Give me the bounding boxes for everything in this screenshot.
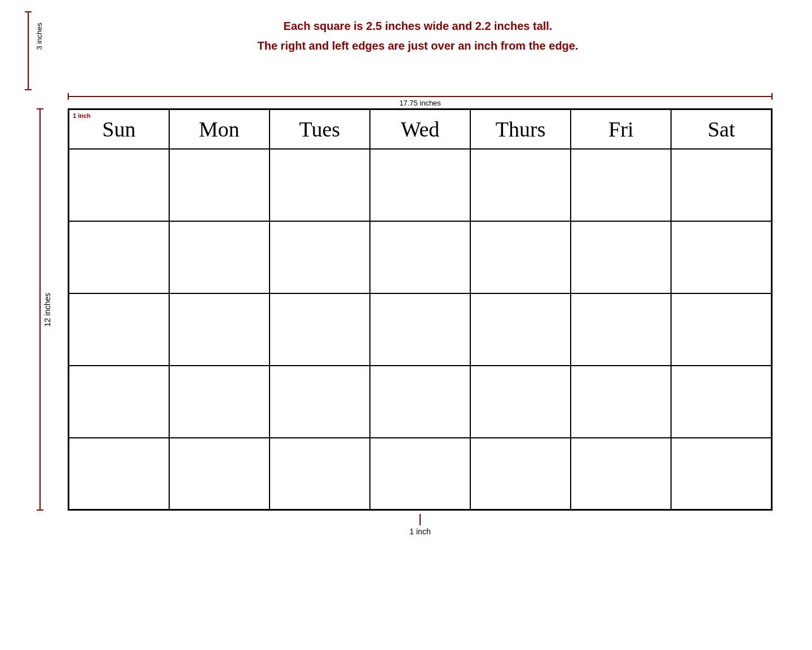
cell-sun-2 (69, 221, 169, 293)
cell-wed-5 (370, 438, 470, 510)
bottom-indicator: 1 inch (409, 514, 430, 536)
header-mon: Mon (169, 109, 270, 149)
main-area: 12 inches 1 inch Sun Mon Tues Wed Thurs … (39, 108, 773, 511)
cell-mon-5 (169, 438, 270, 510)
twelve-inch-indicator: 12 inches (39, 108, 68, 511)
calendar-grid: 1 inch Sun Mon Tues Wed Thurs Fri Sat (68, 108, 773, 511)
table-row (69, 221, 772, 293)
page-container: 3 inches Each square is 2.5 inches wide … (17, 11, 795, 536)
header-tues: Tues (270, 109, 370, 149)
header-thurs: Thurs (470, 109, 571, 149)
cell-sat-1 (671, 149, 771, 221)
table-row (69, 293, 772, 366)
table-row (69, 149, 772, 221)
cell-thurs-4 (470, 366, 571, 438)
cell-thurs-1 (470, 149, 571, 221)
table-row (69, 366, 772, 438)
header-fri: Fri (571, 109, 671, 149)
calendar-header-row: 1 inch Sun Mon Tues Wed Thurs Fri Sat (69, 109, 772, 149)
corner-inch-label: 1 inch (73, 112, 91, 119)
cell-wed-1 (370, 149, 470, 221)
cell-mon-1 (169, 149, 270, 221)
cell-wed-4 (370, 366, 470, 438)
width-label: 17.75 inches (399, 99, 441, 107)
cell-fri-4 (571, 366, 671, 438)
cell-thurs-3 (470, 293, 571, 366)
info-line1: Each square is 2.5 inches wide and 2.2 i… (258, 20, 579, 33)
cell-mon-3 (169, 293, 270, 366)
header-sun: 1 inch Sun (69, 109, 169, 149)
cell-sun-5 (69, 438, 169, 510)
info-text-container: Each square is 2.5 inches wide and 2.2 i… (41, 11, 795, 52)
three-inch-label: 3 inches (35, 23, 43, 50)
twelve-inch-label: 12 inches (43, 293, 52, 327)
width-indicator: 17.75 inches (68, 96, 773, 107)
bottom-tick-line (420, 514, 421, 525)
cell-mon-4 (169, 366, 270, 438)
cell-fri-2 (571, 221, 671, 293)
cell-sun-3 (69, 293, 169, 366)
cell-thurs-5 (470, 438, 571, 510)
cell-sun-1 (69, 149, 169, 221)
bottom-inch-label: 1 inch (409, 527, 430, 536)
cell-tues-5 (270, 438, 370, 510)
cell-sun-4 (69, 366, 169, 438)
cell-thurs-2 (470, 221, 571, 293)
cell-wed-2 (370, 221, 470, 293)
top-section: 3 inches Each square is 2.5 inches wide … (17, 11, 795, 90)
cell-tues-4 (270, 366, 370, 438)
cell-tues-3 (270, 293, 370, 366)
table-row (69, 438, 772, 510)
cell-fri-5 (571, 438, 671, 510)
calendar-wrapper: 1 inch Sun Mon Tues Wed Thurs Fri Sat (68, 108, 773, 511)
cell-wed-3 (370, 293, 470, 366)
header-wed: Wed (370, 109, 470, 149)
info-line2: The right and left edges are just over a… (258, 39, 579, 52)
cell-sat-2 (671, 221, 771, 293)
cell-sat-3 (671, 293, 771, 366)
cell-fri-1 (571, 149, 671, 221)
header-sat: Sat (671, 109, 771, 149)
cell-mon-2 (169, 221, 270, 293)
cell-tues-1 (270, 149, 370, 221)
cell-tues-2 (270, 221, 370, 293)
cell-sat-5 (671, 438, 771, 510)
cell-fri-3 (571, 293, 671, 366)
cell-sat-4 (671, 366, 771, 438)
